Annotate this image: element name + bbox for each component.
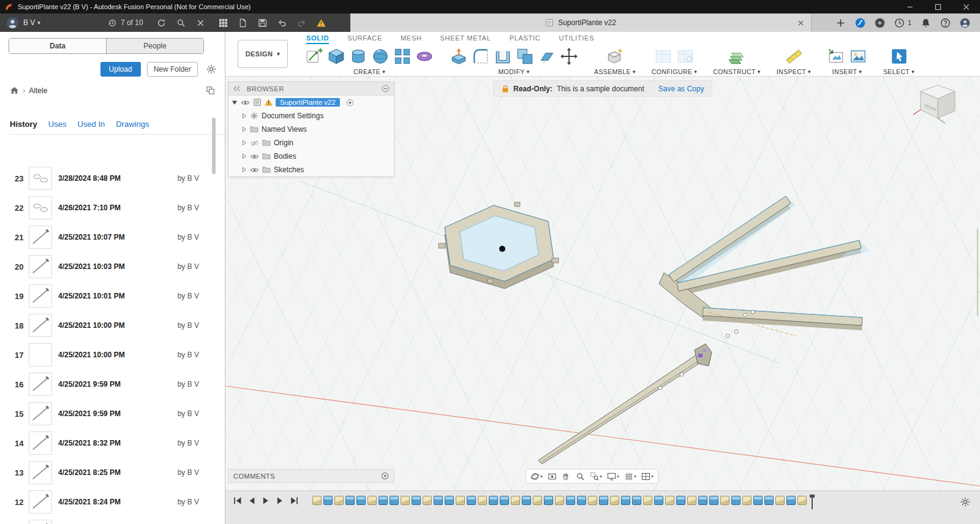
timeline-sketch-feature[interactable] [797,496,807,505]
refresh-icon[interactable] [157,18,166,28]
ribbon-group-label-create[interactable]: CREATE▾ [353,68,385,75]
workspace-switcher[interactable]: DESIGN ▾ [238,40,288,68]
redo-icon[interactable] [297,18,306,28]
timeline-feature-feature[interactable] [577,496,586,505]
version-thumbnail[interactable] [29,284,52,308]
timeline-feature-feature[interactable] [390,496,399,505]
go-to-start-icon[interactable] [233,496,243,506]
maximize-button[interactable] [924,0,952,13]
version-item[interactable]: 144/25/2021 8:32 PMby B V [0,428,225,458]
timeline-sketch-feature[interactable] [742,496,752,505]
timeline-feature-feature[interactable] [676,496,685,505]
browser-node-bodies[interactable]: Bodies [228,150,394,163]
viewport[interactable]: FRONT BROWSER [225,77,980,490]
timeline-sketch-feature[interactable] [533,496,542,505]
go-to-end-icon[interactable] [289,496,299,506]
timeline-sketch-feature[interactable] [423,496,432,505]
tab-people[interactable]: People [106,39,203,53]
timeline-feature-feature[interactable] [753,496,763,505]
tri-right-icon[interactable] [242,113,247,119]
expand-arrow-icon[interactable] [232,100,238,105]
timeline-sketch-feature[interactable] [643,496,652,505]
play-icon[interactable] [261,496,271,506]
eye-off-icon[interactable] [250,140,259,146]
timeline-feature-feature[interactable] [698,496,707,505]
ribbon-tab-solid[interactable]: SOLID [306,34,329,44]
close-button[interactable] [952,0,980,13]
timeline-feature-feature[interactable] [731,496,741,505]
version-item[interactable]: 134/25/2021 8:25 PMby B V [0,458,225,487]
collapse-panel-icon[interactable] [233,85,241,92]
browser-node-sketches[interactable]: Sketches [228,163,394,177]
measure-icon[interactable] [785,47,803,66]
upload-button[interactable]: Upload [100,62,141,77]
ribbon-tab-sheet-metal[interactable]: SHEET METAL [440,34,491,44]
minimize-browser-icon[interactable] [382,85,390,93]
close-icon[interactable] [196,18,205,28]
timeline-feature-feature[interactable] [709,496,718,505]
combine-icon[interactable] [516,47,534,66]
plus-icon[interactable] [835,18,846,28]
version-item[interactable]: 114/25/2021 8:21 PMby B V [0,517,225,524]
save-as-copy-link[interactable]: Save as Copy [658,85,704,93]
timeline-sketch-feature[interactable] [588,496,597,505]
zoom-button[interactable] [576,472,585,481]
viewports-button[interactable]: ▾ [641,472,654,481]
version-thumbnail[interactable] [29,226,52,249]
version-item[interactable]: 214/25/2021 10:07 PMby B V [0,222,225,252]
scrollbar-thumb[interactable] [212,118,216,174]
configuration-table-icon[interactable] [676,47,695,66]
timeline-feature-feature[interactable] [654,496,663,505]
job-status-icon[interactable] [894,18,905,28]
fusion-logo-icon[interactable] [855,18,865,28]
timeline-sketch-feature[interactable] [334,496,344,505]
bell-icon[interactable] [921,18,931,28]
new-component-icon[interactable] [606,47,624,66]
u-frame-body[interactable] [659,196,870,338]
avatar-icon[interactable] [960,18,970,28]
tri-right-icon[interactable] [242,153,247,159]
timeline-feature-feature[interactable] [566,496,575,505]
pattern-icon[interactable] [393,47,412,66]
ribbon-group-label-select[interactable]: SELECT▾ [883,68,914,75]
offset-face-icon[interactable] [538,47,556,66]
version-item[interactable]: 184/25/2021 10:00 PMby B V [0,311,225,340]
timeline-position-marker[interactable] [812,496,813,509]
activate-component-icon[interactable] [346,99,354,107]
browser-node-document-settings[interactable]: Document Settings [228,109,394,123]
version-item[interactable]: 204/25/2021 10:03 PMby B V [0,252,225,281]
version-item[interactable]: 164/25/2021 9:59 PMby B V [0,370,225,399]
browser-node-origin[interactable]: Origin [228,136,394,150]
create-sketch-icon[interactable] [305,47,323,66]
ribbon-group-label-modify[interactable]: MODIFY▾ [498,68,529,75]
save-icon[interactable] [258,18,267,28]
tri-right-icon[interactable] [242,126,247,132]
extensions-icon[interactable] [875,18,885,28]
tab-drawings[interactable]: Drawings [116,120,149,129]
version-item[interactable]: 154/25/2021 9:59 PMby B V [0,399,225,428]
ribbon-group-label-inspect[interactable]: INSPECT▾ [777,68,811,75]
timeline-feature-feature[interactable] [544,496,553,505]
version-item[interactable]: 124/25/2021 8:24 PMby B V [0,487,225,517]
timeline-sketch-feature[interactable] [687,496,696,505]
insert-canvas-icon[interactable] [827,47,845,66]
shell-icon[interactable] [494,47,512,66]
version-thumbnail[interactable] [29,461,52,484]
timeline-sketch-feature[interactable] [368,496,377,505]
display-settings-button[interactable]: ▾ [607,472,619,481]
timeline-feature-feature[interactable] [764,496,774,505]
timeline-feature-feature[interactable] [434,496,443,505]
tri-right-icon[interactable] [242,167,247,173]
orbit-button[interactable]: ▾ [530,472,543,481]
version-thumbnail[interactable] [29,520,52,524]
timeline-feature-feature[interactable] [345,496,355,505]
timeline-feature-feature[interactable] [489,496,498,505]
new-folder-button[interactable]: New Folder [147,62,198,77]
look-at-button[interactable] [548,472,557,481]
version-thumbnail[interactable] [29,373,52,396]
ribbon-group-label-construct[interactable]: CONSTRUCT▾ [713,68,760,75]
timeline-feature-feature[interactable] [500,496,509,505]
timeline-feature-feature[interactable] [379,496,388,505]
ribbon-tab-mesh[interactable]: MESH [401,34,422,44]
undo-icon[interactable] [277,18,287,28]
